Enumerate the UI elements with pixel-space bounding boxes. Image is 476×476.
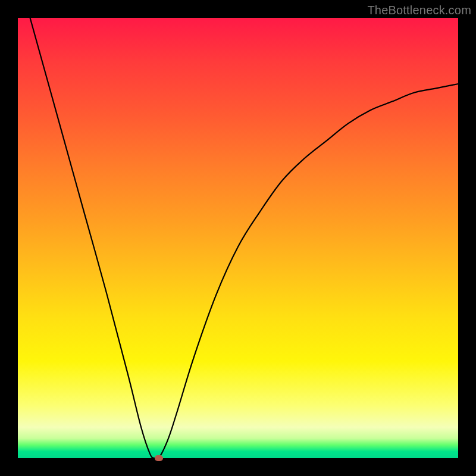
optimal-point-marker: [155, 455, 163, 461]
bottleneck-curve: [18, 18, 458, 458]
plot-area: [18, 18, 458, 458]
chart-frame: TheBottleneck.com: [0, 0, 476, 476]
watermark-text: TheBottleneck.com: [367, 4, 471, 17]
